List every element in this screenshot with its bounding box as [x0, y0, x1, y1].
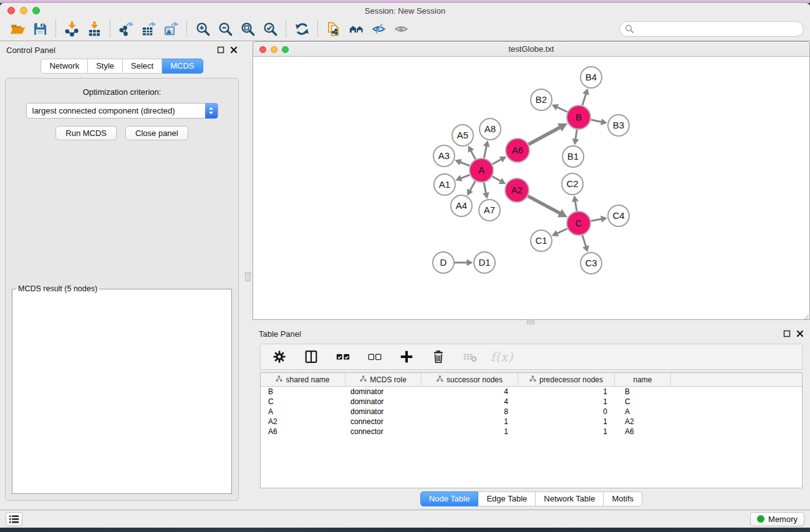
graph-node-B3[interactable]: B3: [608, 115, 629, 136]
first-neighbors-icon[interactable]: [347, 21, 365, 38]
table-cell[interactable]: C: [615, 397, 671, 407]
network-window-titlebar[interactable]: testGlobe.txt: [253, 42, 809, 57]
table-cell[interactable]: C: [261, 397, 345, 407]
table-cell[interactable]: 0: [518, 407, 615, 417]
graph-node-A2[interactable]: A2: [505, 178, 529, 202]
splitter-grip[interactable]: [527, 321, 534, 324]
table-row[interactable]: Bdominator41B: [261, 387, 802, 397]
titlebar[interactable]: Session: New Session: [0, 4, 810, 17]
delete-column-icon[interactable]: [429, 348, 448, 365]
table-row[interactable]: Cdominator41C: [261, 397, 802, 407]
tab-node-table[interactable]: Node Table: [420, 491, 479, 506]
graph-node-A1[interactable]: A1: [434, 174, 455, 195]
save-session-icon[interactable]: [31, 21, 49, 38]
graph-node-C2[interactable]: C2: [562, 173, 583, 195]
table-cell[interactable]: 1: [518, 427, 615, 437]
zoom-out-icon[interactable]: [216, 21, 234, 38]
network-close-button[interactable]: [259, 46, 266, 53]
tab-motifs[interactable]: Motifs: [604, 491, 642, 506]
tab-select[interactable]: Select: [123, 59, 162, 74]
deselect-all-icon[interactable]: [365, 348, 384, 365]
table-row[interactable]: A6connector11A6: [261, 427, 802, 437]
graph-node-A8[interactable]: A8: [480, 118, 501, 140]
graph-node-A7[interactable]: A7: [479, 200, 500, 221]
table-cell[interactable]: A2: [261, 417, 345, 427]
network-minimize-button[interactable]: [271, 46, 277, 53]
table-cell[interactable]: 1: [518, 417, 615, 427]
graph-node-B2[interactable]: B2: [531, 89, 552, 110]
graph-node-A[interactable]: A: [470, 158, 493, 182]
horizontal-splitter[interactable]: [253, 320, 810, 325]
float-panel-icon[interactable]: [783, 330, 791, 337]
zoom-in-icon[interactable]: [193, 21, 212, 38]
column-visibility-icon[interactable]: [302, 348, 321, 365]
table-cell[interactable]: 1: [518, 397, 615, 407]
hide-selected-icon[interactable]: [369, 21, 388, 38]
vertical-splitter[interactable]: [244, 41, 253, 510]
table-cell[interactable]: connector: [345, 417, 422, 427]
table-cell[interactable]: 8: [422, 407, 518, 417]
column-header-name[interactable]: name: [615, 373, 671, 386]
export-network-icon[interactable]: [117, 21, 135, 38]
table-cell[interactable]: 4: [422, 387, 518, 397]
import-network-icon[interactable]: [62, 21, 81, 38]
search-input[interactable]: [619, 21, 804, 37]
tab-style[interactable]: Style: [88, 59, 123, 74]
float-panel-icon[interactable]: [217, 46, 224, 54]
table-cell[interactable]: connector: [345, 427, 422, 437]
table-cell[interactable]: A6: [615, 427, 671, 437]
tab-network-table[interactable]: Network Table: [536, 491, 604, 506]
select-all-icon[interactable]: [334, 348, 352, 365]
graph-node-A6[interactable]: A6: [506, 138, 529, 162]
graph-node-B1[interactable]: B1: [562, 146, 584, 167]
graph-node-A4[interactable]: A4: [451, 195, 472, 216]
graph-node-C3[interactable]: C3: [581, 253, 602, 274]
graph-node-D1[interactable]: D1: [474, 252, 495, 273]
task-history-button[interactable]: [6, 512, 22, 526]
splitter-grip[interactable]: [245, 272, 251, 281]
table-cell[interactable]: B: [261, 387, 345, 397]
table-cell[interactable]: 1: [422, 427, 518, 437]
table-row[interactable]: Adominator80A: [261, 407, 802, 417]
table-cell[interactable]: A: [261, 407, 345, 417]
table-cell[interactable]: A2: [615, 417, 671, 427]
graph-node-C4[interactable]: C4: [608, 205, 629, 226]
table-cell[interactable]: A6: [261, 427, 345, 437]
close-window-button[interactable]: [7, 7, 15, 14]
close-panel-icon[interactable]: [796, 330, 804, 337]
column-header-shared-name[interactable]: shared name: [261, 373, 345, 386]
table-cell[interactable]: 1: [518, 387, 615, 397]
zoom-selected-icon[interactable]: [261, 21, 279, 38]
resize-corner-icon[interactable]: [802, 312, 809, 319]
network-canvas[interactable]: B4B2BB3A5A8A6A3B1AA1A2C2A4A7C4CC1C3DD1: [253, 57, 809, 319]
network-zoom-button[interactable]: [282, 46, 289, 53]
table-cell[interactable]: dominator: [345, 387, 422, 397]
column-header-successor-nodes[interactable]: successor nodes: [422, 373, 518, 386]
table-cell[interactable]: A: [615, 407, 671, 417]
optimization-criterion-select[interactable]: largest connected component (directed): [26, 103, 218, 118]
graph-node-D[interactable]: D: [433, 252, 454, 273]
export-image-icon[interactable]: [162, 21, 180, 38]
tab-mcds[interactable]: MCDS: [162, 59, 203, 74]
table-row[interactable]: A2connector11A2: [261, 417, 802, 427]
graph-node-A3[interactable]: A3: [433, 145, 455, 167]
add-column-icon[interactable]: [397, 348, 416, 365]
graph-node-C[interactable]: C: [567, 211, 591, 235]
tab-edge-table[interactable]: Edge Table: [478, 491, 536, 506]
table-cell[interactable]: 4: [422, 397, 518, 407]
graph-node-C1[interactable]: C1: [531, 230, 552, 251]
table-cell[interactable]: dominator: [345, 397, 422, 407]
graph-node-A5[interactable]: A5: [452, 125, 473, 146]
open-file-icon[interactable]: [8, 21, 27, 38]
export-table-icon[interactable]: [139, 21, 158, 38]
close-panel-icon[interactable]: [230, 46, 238, 54]
refresh-icon[interactable]: [292, 21, 311, 38]
settings-gear-icon[interactable]: [270, 348, 289, 365]
import-table-icon[interactable]: [85, 21, 104, 38]
table-cell[interactable]: 1: [422, 417, 518, 427]
column-header-predecessor-nodes[interactable]: predecessor nodes: [518, 373, 615, 386]
column-header-MCDS-role[interactable]: MCDS role: [345, 373, 422, 386]
zoom-fit-icon[interactable]: [238, 21, 257, 38]
table-cell[interactable]: B: [615, 387, 671, 397]
memory-button[interactable]: Memory: [750, 512, 804, 526]
